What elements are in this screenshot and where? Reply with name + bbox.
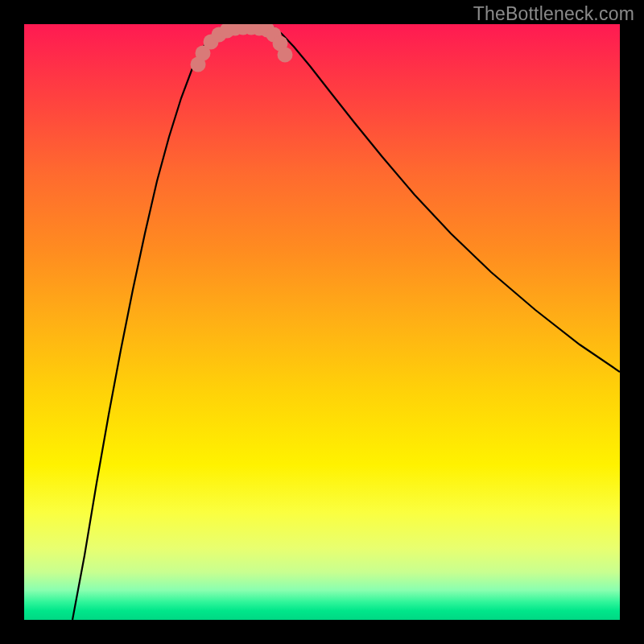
marker-dot: [278, 47, 293, 63]
curve-layer: [24, 24, 620, 620]
right-branch-line: [270, 24, 620, 372]
watermark-text: TheBottleneck.com: [473, 3, 634, 25]
marker-cluster: [191, 24, 293, 72]
plot-area: [24, 24, 620, 620]
line-group: [72, 24, 620, 620]
left-branch-line: [72, 24, 225, 620]
chart-frame: TheBottleneck.com: [0, 0, 644, 644]
